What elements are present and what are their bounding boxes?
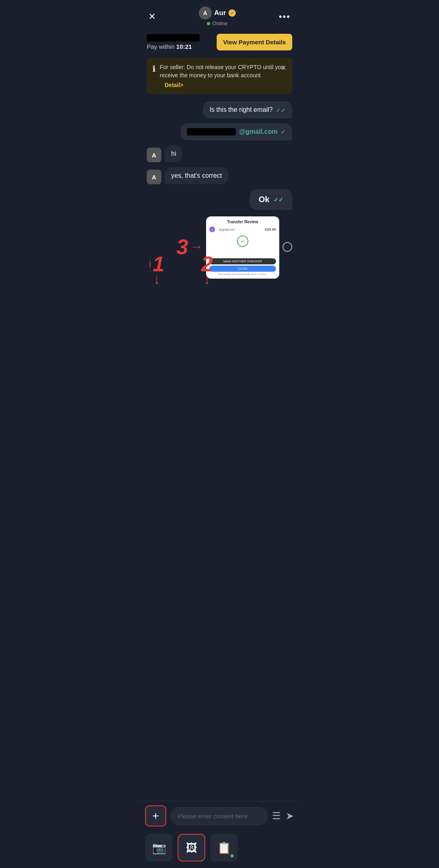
sc-amount: €20.90 [265, 227, 276, 231]
annotation-1: | 1 [149, 253, 164, 275]
email-redacted [187, 128, 236, 135]
online-label: Online [212, 20, 228, 26]
online-dot [207, 22, 210, 25]
header-center: A Aur ✓ Online [199, 7, 236, 26]
screenshot-inner: Transfer Review A ...@gmail.com €20.90 ✓… [206, 216, 279, 279]
sc-spacer [209, 250, 276, 258]
message-sent-email-question: Is this the right email? ✓✓ [203, 101, 292, 118]
pay-redacted [147, 34, 200, 41]
message-check: ✓✓ [274, 196, 283, 203]
username: Aur [214, 9, 226, 17]
annotation-number-3: 3 [176, 236, 188, 257]
warning-content: ℹ For seller: Do not release your CRYPTO… [152, 63, 287, 79]
payment-bar: Pay within 10:21 View Payment Details [140, 30, 299, 55]
annotation-2-area: 2 ↓ [201, 253, 213, 285]
annotation-arrow-2: ↓ [204, 275, 210, 285]
verified-badge: ✓ [228, 9, 236, 17]
avatar: A [199, 7, 212, 20]
online-status: Online [207, 20, 228, 26]
sc-email-partial: ...@gmail.com [217, 228, 235, 231]
warning-text: For seller: Do not release your CRYPTO u… [160, 63, 287, 79]
message-check: ✓ [281, 129, 286, 135]
pay-timer: Pay within 10:21 [147, 43, 200, 50]
screenshot-card: Transfer Review A ...@gmail.com €20.90 ✓… [206, 216, 279, 279]
message-text: yes, that's correct [171, 172, 222, 179]
sc-title: Transfer Review [209, 220, 276, 224]
annotation-3: 3 → [176, 236, 203, 257]
message-bubble: hi [165, 145, 183, 162]
message-check: ✓✓ [276, 107, 286, 113]
sc-transfer-row: A ...@gmail.com €20.90 [209, 227, 276, 232]
warning-icon: ℹ [152, 64, 156, 74]
message-received-hi: A hi [147, 145, 292, 162]
screenshot-annotation-row: 3 → Transfer Review A ...@gmail.com €20.… [147, 215, 292, 279]
warning-detail-link[interactable]: Detail> [152, 82, 287, 88]
message-text: Is this the right email? [209, 106, 273, 113]
more-button[interactable]: ••• [277, 10, 292, 24]
pay-info: Pay within 10:21 [147, 34, 200, 50]
sc-avatar: A [209, 227, 215, 232]
sc-auto-close: This window will automatically close in … [209, 273, 276, 275]
email-domain: @gmail.com [239, 128, 278, 135]
header-name-row: A Aur ✓ [199, 7, 236, 20]
message-sent-email: @gmail.com ✓ [180, 123, 292, 140]
annotation-arrow-1: ↓ [154, 275, 160, 285]
annotation-1-area: | 1 ↓ [149, 253, 164, 285]
message-received-correct: A yes, that's correct [147, 167, 292, 184]
sc-make-transfer-btn[interactable]: MAKE ANOTHER TRANSFER [209, 258, 276, 264]
sc-check-circle: ✓ [237, 236, 248, 247]
message-bubble: yes, that's correct [165, 167, 228, 184]
chat-header: ✕ A Aur ✓ Online ••• [140, 0, 299, 30]
chat-wrapper: Is this the right email? ✓✓ @gmail.com ✓… [140, 97, 299, 283]
annotation-number-2: 2 [201, 253, 213, 275]
message-sent-ok: Ok ✓✓ [250, 189, 292, 210]
warning-close-button[interactable]: ✕ [280, 63, 287, 72]
annotation-number-1: 1 [152, 253, 164, 275]
close-button[interactable]: ✕ [147, 10, 157, 24]
sc-check-area: ✓ [209, 236, 276, 247]
message-text: hi [171, 150, 176, 157]
sc-close-btn[interactable]: CLOSE [209, 266, 276, 272]
warning-banner: ℹ For seller: Do not release your CRYPTO… [147, 58, 292, 94]
pipe-symbol: | [149, 260, 151, 268]
view-payment-button[interactable]: View Payment Details [217, 34, 292, 50]
circle-placeholder [283, 242, 292, 252]
sender-avatar: A [147, 148, 161, 162]
sender-avatar: A [147, 170, 161, 184]
message-text: Ok [259, 195, 269, 204]
